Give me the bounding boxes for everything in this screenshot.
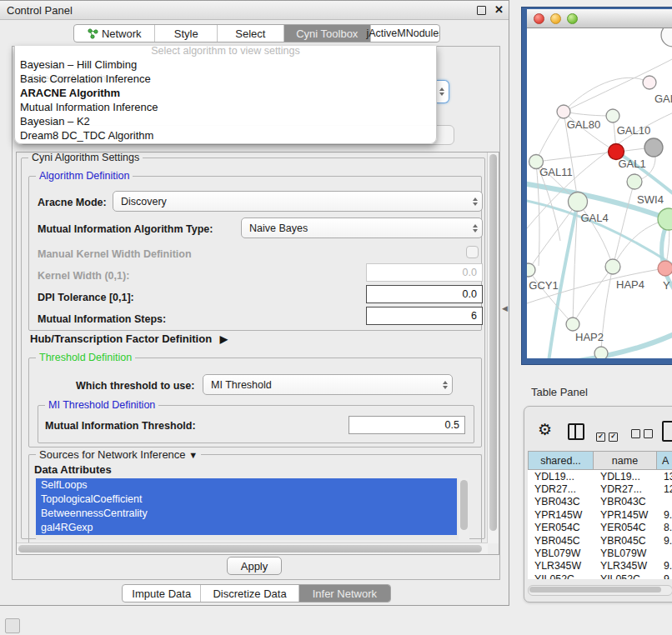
dropdown-item[interactable]: Bayesian – Hill Climbing — [15, 58, 436, 72]
cell-shared-name: YBL079W — [528, 548, 594, 559]
tab-impute-data[interactable]: Impute Data — [123, 585, 200, 602]
table-row[interactable]: YBR043C YBR043C — [528, 496, 672, 508]
network-node[interactable] — [527, 263, 535, 277]
network-node[interactable] — [658, 208, 672, 230]
dropdown-item[interactable]: Bayesian – K2 — [15, 114, 436, 128]
expand-right-icon: ▶ — [220, 333, 228, 345]
sources-title[interactable]: Sources for Network Inference ▼ — [36, 448, 201, 461]
spinner-arrows-icon — [439, 88, 444, 96]
network-node[interactable] — [627, 174, 642, 189]
hidden-algorithm-combobox-fragment[interactable] — [437, 80, 449, 103]
cell-name: YDL19... — [594, 471, 657, 482]
spinner-arrows-icon — [443, 381, 448, 389]
cell-name: YLR345W — [594, 560, 657, 572]
cell-name: YDR27... — [594, 483, 657, 495]
network-node[interactable] — [566, 318, 579, 331]
mi-threshold-definition-group: MI Threshold Definition Mutual Informati… — [38, 405, 474, 443]
table-row[interactable]: YDR27... YDR27... 12 — [528, 482, 672, 495]
attribute-item[interactable]: gal4RGexp — [36, 521, 457, 535]
network-node[interactable] — [643, 76, 656, 89]
tab-style[interactable]: Style — [154, 25, 217, 42]
network-node[interactable] — [594, 347, 608, 358]
tab-select[interactable]: Select — [217, 25, 283, 42]
node-label: GAL4 — [580, 212, 608, 224]
cell-value: 8. — [657, 522, 672, 533]
dpi-tolerance-value: 0.0 — [463, 288, 477, 300]
network-view-window: GAL GAL80 GAL10 GAL1 GAL11 SWI4 GAL4 GCY… — [521, 7, 672, 365]
table-row[interactable]: YER054C YER054C 8. — [528, 522, 672, 534]
dropdown-item[interactable]: Dream8 DC_TDC Algorithm — [15, 128, 436, 142]
attributes-list-scrollbar[interactable] — [459, 478, 469, 540]
cell-name: YBR043C — [594, 496, 657, 508]
network-node[interactable] — [658, 261, 672, 276]
cell-name: YBR045C — [594, 535, 657, 547]
network-node[interactable] — [644, 138, 663, 157]
minimize-traffic-light[interactable] — [550, 13, 561, 24]
tab-cyni-toolbox[interactable]: Cyni Toolbox — [283, 25, 370, 42]
node-label: SWI4 — [637, 193, 664, 206]
table-row[interactable]: YBL079W YBL079W — [528, 547, 672, 559]
network-tab-icon — [88, 28, 98, 39]
dpi-tolerance-field[interactable]: 0.0 — [366, 285, 483, 303]
table-row[interactable]: YDL19... YDL19... 13 — [528, 470, 672, 482]
mi-algorithm-type-combobox[interactable]: Naive Bayes — [241, 218, 483, 238]
gear-icon[interactable]: ⚙ — [538, 420, 552, 439]
kernel-width-value: 0.0 — [463, 267, 477, 278]
network-node[interactable] — [605, 259, 620, 274]
settings-vertical-scrollbar[interactable] — [487, 152, 499, 543]
cell-value: 9. — [657, 535, 672, 547]
network-node[interactable] — [569, 192, 588, 212]
tab-infer-network[interactable]: Infer Network — [298, 585, 390, 602]
which-threshold-combobox[interactable]: MI Threshold — [203, 374, 453, 395]
cyni-algorithm-settings-title: Cyni Algorithm Settings — [28, 152, 143, 163]
manual-kernel-width-checkbox[interactable] — [466, 246, 479, 258]
hub-transcription-factor-expander[interactable]: Hub/Transcription Factor Definition ▶ — [30, 332, 228, 345]
float-window-icon[interactable] — [477, 6, 486, 15]
table-horizontal-scrollbar[interactable] — [528, 585, 672, 596]
split-pane-handle-icon[interactable]: ◀ — [502, 304, 508, 312]
table-row[interactable]: YLR345W YLR345W 9. — [528, 560, 672, 572]
dropdown-item[interactable]: Mutual Information Inference — [15, 100, 436, 114]
attribute-item[interactable]: SelfLoops — [36, 478, 457, 492]
network-node[interactable] — [557, 105, 570, 118]
attribute-item[interactable]: TopologicalCoefficient — [36, 492, 457, 507]
hide-columns-icon[interactable] — [631, 427, 656, 442]
sources-title-label: Sources for Network Inference — [39, 448, 186, 461]
aracne-mode-combobox[interactable]: Discovery — [113, 191, 483, 212]
cell-shared-name: YDL19... — [528, 471, 594, 482]
settings-horizontal-scrollbar[interactable] — [17, 542, 488, 554]
close-icon[interactable]: ✕ — [494, 3, 504, 16]
document-icon[interactable] — [662, 421, 672, 442]
column-header-clipped[interactable]: A — [657, 451, 672, 470]
apply-button[interactable]: Apply — [227, 557, 282, 575]
tab-discretize-data[interactable]: Discretize Data — [200, 585, 298, 602]
dropdown-item-highlighted[interactable]: ARACNE Algorithm — [15, 86, 436, 100]
network-canvas[interactable]: GAL GAL80 GAL10 GAL1 GAL11 SWI4 GAL4 GCY… — [527, 28, 672, 358]
close-traffic-light[interactable] — [534, 13, 544, 24]
show-selected-columns-icon[interactable]: ✓✓ — [596, 427, 621, 442]
tab-jactivemnodules-label: jActiveMNodules — [366, 28, 440, 39]
ghost-group-title: Inference Algorithm — [22, 72, 115, 84]
node-label: GAL1 — [618, 158, 645, 170]
network-node[interactable] — [661, 28, 672, 47]
columns-icon[interactable] — [568, 423, 584, 440]
network-node[interactable] — [606, 109, 619, 122]
mi-steps-label: Mutual Information Steps: — [38, 313, 166, 325]
tab-discretize-data-label: Discretize Data — [213, 588, 286, 600]
cell-name: YER054C — [594, 522, 657, 533]
mutual-information-threshold-value: 0.5 — [445, 419, 459, 431]
zoom-traffic-light[interactable] — [567, 13, 578, 24]
kernel-width-field[interactable]: 0.0 — [366, 263, 483, 282]
table-row[interactable]: YBR045C YBR045C 9. — [528, 534, 672, 547]
mi-steps-field[interactable]: 6 — [366, 307, 483, 325]
mutual-information-threshold-field[interactable]: 0.5 — [349, 416, 465, 434]
column-header-shared-name[interactable]: shared... — [528, 451, 594, 470]
tab-network[interactable]: Network — [74, 25, 154, 42]
tab-jactivemnodules[interactable]: jActiveMNodules — [370, 25, 439, 42]
panel-grip-icon[interactable] — [5, 618, 20, 633]
column-header-name[interactable]: name — [594, 451, 657, 470]
attribute-item[interactable]: BetweennessCentrality — [36, 507, 457, 521]
table-row[interactable]: YIL052C YIL052C 9 — [528, 572, 672, 579]
mi-algorithm-type-label: Mutual Information Algorithm Type: — [38, 223, 213, 235]
table-row[interactable]: YPR145W YPR145W 9. — [528, 508, 672, 521]
